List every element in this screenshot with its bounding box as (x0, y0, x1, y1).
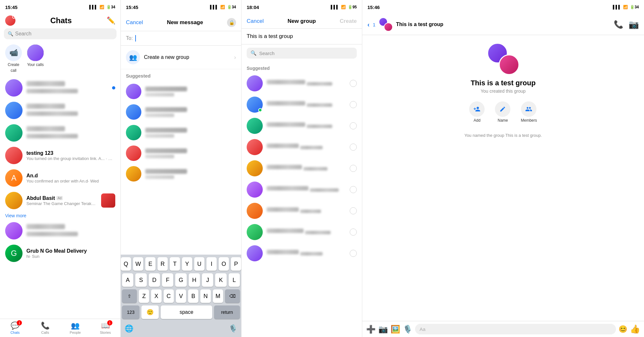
list-item[interactable] (242, 221, 362, 243)
key-v[interactable]: V (176, 289, 186, 303)
key-g[interactable]: G (175, 273, 186, 287)
list-item[interactable] (0, 99, 120, 122)
cancel-button-2[interactable]: Cancel (247, 18, 264, 24)
nav-people[interactable]: 👥 People (60, 322, 90, 334)
camera-icon[interactable]: 📷 (378, 325, 388, 334)
key-a[interactable]: A (122, 273, 133, 287)
phone-icon[interactable]: 📞 (614, 20, 623, 29)
key-e[interactable]: E (145, 257, 156, 271)
radio-button[interactable] (350, 186, 357, 193)
list-item[interactable] (242, 200, 362, 221)
globe-icon[interactable]: 🌐 (125, 324, 133, 333)
list-item[interactable] (242, 115, 362, 136)
name-action[interactable]: Name (495, 101, 510, 123)
list-item[interactable]: Abdul Basit Ad Seminar The Game Changer … (0, 189, 120, 212)
to-field[interactable]: To: (121, 31, 241, 46)
list-item[interactable] (121, 122, 241, 143)
list-item[interactable] (242, 158, 362, 179)
key-return[interactable]: return (214, 305, 240, 319)
list-item[interactable] (0, 122, 120, 144)
key-z[interactable]: Z (139, 289, 149, 303)
key-shift[interactable]: ⇧ (122, 289, 137, 303)
key-m[interactable]: M (213, 289, 223, 303)
radio-button[interactable] (350, 165, 357, 172)
cancel-button[interactable]: Cancel (126, 19, 143, 26)
create-call-action[interactable]: 📹 Create call (5, 44, 22, 73)
search-bar[interactable]: 🔍 Search (4, 28, 117, 39)
list-item[interactable] (0, 77, 120, 99)
key-t[interactable]: T (170, 257, 180, 271)
key-numbers[interactable]: 123 (122, 305, 139, 319)
group-search[interactable]: 🔍 Search (247, 48, 357, 59)
key-emoji[interactable]: 🙂 (141, 305, 159, 319)
radio-button[interactable] (350, 80, 357, 87)
key-r[interactable]: R (157, 257, 168, 271)
radio-button[interactable] (350, 229, 357, 236)
plus-icon[interactable]: ➕ (366, 325, 376, 334)
key-backspace[interactable]: ⌫ (225, 289, 240, 303)
contact-name (145, 87, 187, 91)
radio-button[interactable] (350, 101, 357, 108)
contact-avatar (126, 104, 141, 120)
create-new-group-row[interactable]: 👥 Create a new group › (121, 46, 241, 69)
key-u[interactable]: U (194, 257, 204, 271)
chat-input[interactable]: Aa (415, 324, 616, 334)
radio-button[interactable] (350, 122, 357, 129)
list-item[interactable] (242, 243, 362, 264)
list-item[interactable] (121, 81, 241, 102)
key-x[interactable]: X (151, 289, 161, 303)
key-o[interactable]: O (219, 257, 229, 271)
nav-chats[interactable]: 💬 1 Chats (0, 322, 30, 334)
key-h[interactable]: H (189, 273, 200, 287)
mic-icon[interactable]: 🎙️ (403, 325, 412, 334)
list-item[interactable] (242, 73, 362, 94)
create-button[interactable]: Create (340, 18, 357, 24)
radio-button[interactable] (350, 207, 357, 214)
keyboard-row-2: A S D F G H J K L (122, 273, 240, 287)
key-c[interactable]: C (164, 289, 174, 303)
nav-calls[interactable]: 📞 Calls (30, 322, 61, 334)
key-y[interactable]: Y (182, 257, 192, 271)
avatar[interactable]: 1 (5, 15, 15, 26)
nav-stories[interactable]: 📖 1 Stories (90, 322, 121, 334)
list-item[interactable] (121, 164, 241, 184)
key-space[interactable]: space (161, 305, 212, 319)
radio-button[interactable] (350, 250, 357, 257)
photo-icon[interactable]: 🖼️ (391, 325, 400, 334)
key-b[interactable]: B (188, 289, 198, 303)
compose-icon[interactable]: ✏️ (107, 16, 115, 25)
list-item[interactable] (121, 102, 241, 122)
group-name-input[interactable]: This is a test group (242, 29, 362, 44)
list-item[interactable]: A An.d You confirmed an order with An.d·… (0, 167, 120, 189)
emoji-icon[interactable]: 😊 (619, 325, 627, 333)
list-item[interactable] (0, 220, 120, 242)
key-j[interactable]: J (202, 273, 213, 287)
key-i[interactable]: I (206, 257, 217, 271)
video-icon[interactable]: 📷 (629, 20, 639, 30)
key-f[interactable]: F (162, 273, 173, 287)
thumbsup-icon[interactable]: 👍 (630, 324, 640, 334)
members-action[interactable]: Members (521, 101, 537, 123)
key-l[interactable]: L (229, 273, 240, 287)
key-s[interactable]: S (135, 273, 147, 287)
key-p[interactable]: P (231, 257, 241, 271)
radio-button[interactable] (350, 144, 357, 151)
microphone-icon[interactable]: 🎙️ (229, 324, 237, 333)
back-button[interactable]: ‹ (367, 21, 370, 28)
key-q[interactable]: Q (121, 257, 131, 271)
list-item[interactable] (242, 136, 362, 158)
list-item[interactable]: G Grub N Go Meal Delivery hi· Sun (0, 242, 120, 265)
add-action[interactable]: Add (469, 101, 485, 123)
list-item[interactable] (242, 94, 362, 115)
list-item[interactable] (121, 143, 241, 164)
chat-header-actions: 📞 📷 (614, 20, 639, 30)
key-d[interactable]: D (149, 273, 160, 287)
list-item[interactable] (242, 179, 362, 200)
your-calls-action[interactable]: Your calls (27, 44, 44, 73)
view-more-button[interactable]: View more (0, 212, 120, 220)
key-k[interactable]: K (215, 273, 226, 287)
key-n[interactable]: N (200, 289, 211, 303)
key-w[interactable]: W (133, 257, 143, 271)
nav-stories-label: Stories (100, 331, 111, 334)
list-item[interactable]: testing 123 You turned on the group invi… (0, 144, 120, 167)
